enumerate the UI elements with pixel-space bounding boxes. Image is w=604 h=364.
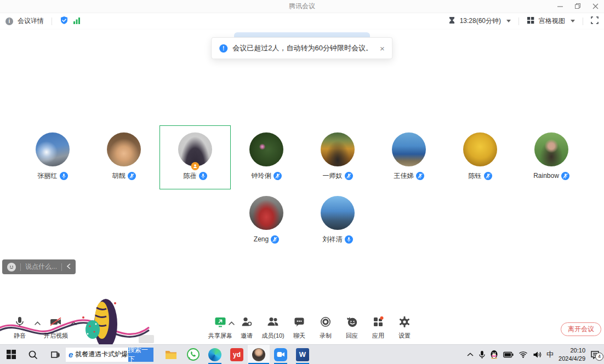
ie-icon: e: [69, 350, 73, 359]
tray-clock[interactable]: 20:102024/4/29: [559, 346, 585, 362]
taskbar-app-edge[interactable]: [204, 345, 226, 364]
taskbar-app-whatsapp[interactable]: [182, 345, 204, 364]
control-camera-off[interactable]: 开启视频: [42, 315, 70, 340]
system-tray: 中20:102024/4/294: [466, 346, 604, 362]
control-label: 开启视频: [42, 332, 70, 340]
host-badge-icon: [191, 162, 200, 170]
mic-muted-icon[interactable]: [345, 172, 353, 180]
security-shield-icon[interactable]: [60, 16, 69, 26]
view-mode-label[interactable]: 宫格视图: [539, 16, 565, 26]
mic-icon[interactable]: [199, 172, 207, 180]
meeting-details-link[interactable]: 会议详情: [18, 16, 44, 26]
camera-off-icon: [42, 315, 70, 330]
participant-avatar: [107, 132, 141, 166]
participant-tile[interactable]: 陈钰: [445, 125, 516, 189]
participant-avatar: [178, 132, 212, 166]
control-members[interactable]: 成员(10): [260, 315, 286, 340]
participant-avatar: [321, 132, 355, 166]
view-dropdown-caret[interactable]: [571, 20, 575, 22]
camera-off-chevron-icon[interactable]: [70, 315, 78, 327]
grid-view-icon: [527, 16, 534, 26]
tencent-meeting-window: 腾讯会议 i 会议详情 13:28(60分钟): [0, 0, 604, 364]
control-label: 应用: [365, 332, 391, 340]
tray-penguin-icon[interactable]: [490, 350, 498, 359]
taskbar-search-icon[interactable]: [22, 345, 44, 364]
participant-tile[interactable]: 胡靓: [88, 125, 159, 189]
mic-icon[interactable]: [345, 235, 353, 244]
participant-name: Rainbow: [533, 172, 559, 180]
microphone-chevron-icon[interactable]: [34, 315, 42, 327]
fullscreen-icon[interactable]: [591, 16, 599, 26]
taskbar-app-youdao[interactable]: yd: [226, 345, 248, 364]
notification-center-icon[interactable]: 4: [590, 350, 600, 359]
emoji-icon[interactable]: [7, 263, 16, 271]
mic-muted-icon[interactable]: [561, 172, 569, 180]
settings-icon: [391, 315, 418, 330]
control-record[interactable]: 录制: [312, 315, 339, 340]
control-reaction[interactable]: 回应: [339, 315, 365, 340]
taskbar-app-file-explorer[interactable]: [160, 345, 182, 364]
toast-close-icon[interactable]: ×: [380, 44, 385, 53]
participant-name-row: Zeng: [231, 235, 302, 244]
mic-muted-icon[interactable]: [271, 235, 279, 244]
tray-speaker-icon[interactable]: [533, 351, 542, 359]
taskbar-app-meeting-avatar[interactable]: [248, 345, 270, 364]
ime-indicator[interactable]: 中: [546, 350, 554, 360]
participant-avatar: [392, 132, 426, 166]
participant-tile[interactable]: 一师奴: [302, 125, 373, 189]
info-icon: i: [5, 18, 13, 25]
control-label: 共享屏幕: [207, 332, 233, 340]
edge-logo: [208, 348, 221, 361]
mic-icon[interactable]: [60, 172, 68, 180]
mic-muted-icon[interactable]: [484, 172, 492, 180]
participant-name-row: 张丽红: [17, 172, 88, 180]
participant-tile[interactable]: Rainbow: [516, 125, 587, 189]
notification-badge: 4: [595, 353, 603, 361]
timer-dropdown-caret[interactable]: [506, 20, 511, 22]
restore-button[interactable]: [574, 3, 581, 10]
participant-name-row: 刘祥清: [302, 235, 373, 244]
tray-battery-icon[interactable]: [503, 351, 514, 358]
task-view-icon[interactable]: [44, 345, 66, 364]
tray-chevron-icon[interactable]: [466, 352, 474, 357]
mic-muted-icon[interactable]: [416, 172, 424, 180]
chat-collapse-icon[interactable]: [66, 263, 71, 271]
participant-name: 一师奴: [323, 172, 343, 180]
record-icon: [312, 315, 339, 330]
participant-tile[interactable]: 陈蓓: [159, 125, 231, 189]
control-microphone[interactable]: 静音: [5, 315, 34, 340]
start-button[interactable]: [0, 345, 22, 364]
participant-tile[interactable]: 张丽红: [17, 125, 88, 189]
participant-avatar: [463, 132, 497, 166]
participant-tile[interactable]: 王佳娣: [373, 125, 445, 189]
chat-quick-input[interactable]: 说点什么...: [2, 259, 76, 274]
participant-tile[interactable]: 刘祥清: [302, 189, 373, 247]
taskbar-app-tencent-meeting[interactable]: [270, 345, 292, 364]
control-bar: 静音开启视频 共享屏幕邀请成员(10)聊天录制回应应用设置 离开会议: [0, 315, 604, 342]
control-settings[interactable]: 设置: [391, 315, 418, 340]
members-icon: [260, 315, 286, 330]
control-share-screen[interactable]: 共享屏幕: [207, 315, 233, 340]
control-chat[interactable]: 聊天: [286, 315, 312, 340]
minimize-button[interactable]: [557, 3, 563, 10]
tray-wifi-icon[interactable]: [518, 351, 528, 358]
tray-mic-icon[interactable]: [479, 350, 485, 359]
chat-placeholder[interactable]: 说点什么...: [25, 262, 57, 271]
mic-muted-icon[interactable]: [128, 172, 136, 180]
close-button[interactable]: [592, 3, 599, 10]
participant-tile[interactable]: Zeng: [231, 189, 302, 247]
search-go-button[interactable]: 搜索一下: [128, 348, 153, 362]
control-invite[interactable]: 邀请: [233, 315, 260, 340]
leave-meeting-button[interactable]: 离开会议: [561, 322, 601, 336]
mic-muted-icon[interactable]: [273, 172, 282, 180]
control-apps[interactable]: 应用: [365, 315, 391, 340]
taskbar-app-word[interactable]: W: [292, 345, 314, 364]
apps-icon: [365, 315, 391, 330]
web-search-input[interactable]: e就餐遭遇卡式炉爆炸: [66, 348, 128, 362]
windows-taskbar: e就餐遭遇卡式炉爆炸搜索一下ydW中20:102024/4/294: [0, 344, 604, 364]
participant-avatar: [249, 196, 283, 230]
participant-tile[interactable]: 钟玲俐: [231, 125, 302, 189]
participant-name: 钟玲俐: [252, 172, 271, 180]
participant-name-row: 陈钰: [445, 172, 516, 180]
ghost-tooltip-box: [139, 335, 154, 343]
